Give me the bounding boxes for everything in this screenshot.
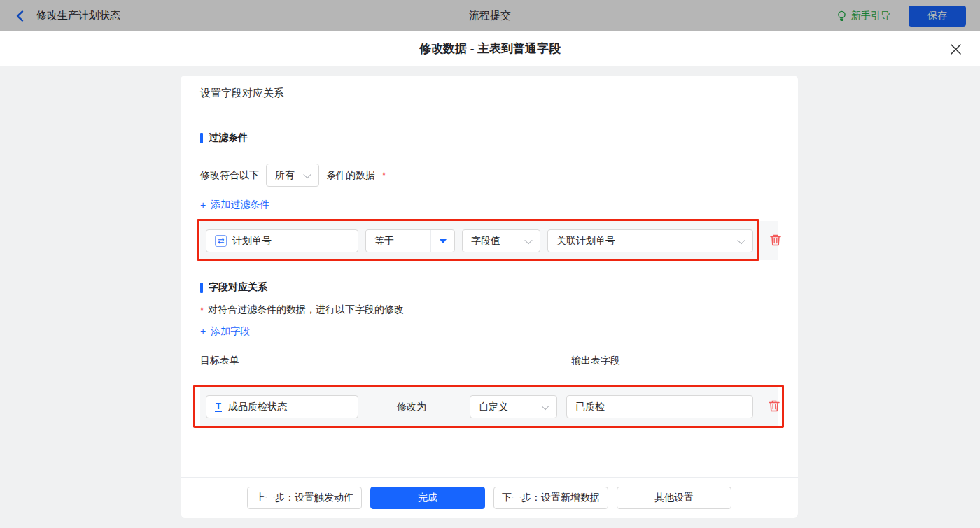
modify-to-label: 修改为 — [397, 401, 426, 413]
required-asterisk: * — [200, 305, 204, 315]
mapping-description: * 对符合过滤条件的数据，进行以下字段的修改 — [200, 304, 778, 316]
mapping-table-header: 目标表单 输出表字段 — [200, 355, 778, 376]
done-button[interactable]: 完成 — [370, 487, 485, 509]
filter-field-input[interactable]: ⇄ 计划单号 — [206, 229, 358, 252]
section-accent-bar — [200, 283, 203, 293]
trash-icon — [768, 399, 780, 413]
filter-condition-row: ⇄ 计划单号 等于 字段值 关联计划单号 — [200, 221, 778, 260]
match-suffix-label: 条件的数据 — [326, 169, 375, 182]
chevron-down-icon — [524, 236, 532, 243]
serial-field-icon: ⇄ — [215, 235, 227, 247]
plus-icon: + — [200, 326, 206, 337]
delete-filter-row-button[interactable] — [769, 234, 783, 248]
plus-icon: + — [200, 199, 206, 211]
value-type-select[interactable]: 字段值 — [462, 229, 540, 252]
trash-icon — [769, 234, 782, 247]
modal-header: 修改数据 - 主表到普通字段 — [0, 31, 980, 66]
required-asterisk: * — [382, 170, 386, 180]
modal-title: 修改数据 - 主表到普通字段 — [419, 41, 561, 57]
chevron-down-icon — [541, 401, 549, 409]
next-step-button[interactable]: 下一步：设置新增数据 — [493, 487, 608, 509]
output-field-column-header: 输出表字段 — [571, 355, 620, 367]
text-field-icon: T — [215, 401, 222, 412]
prev-step-button[interactable]: 上一步：设置触发动作 — [247, 487, 362, 509]
field-mapping-card: 设置字段对应关系 过滤条件 修改符合以下 所有 条件的数据 * + 添加过滤条件 — [181, 76, 798, 518]
edit-data-modal: 修改数据 - 主表到普通字段 设置字段对应关系 过滤条件 修改符合以下 所有 — [0, 31, 980, 528]
target-form-column-header: 目标表单 — [200, 355, 571, 367]
match-mode-select[interactable]: 所有 — [266, 164, 319, 187]
value-mode-select[interactable]: 自定义 — [470, 395, 557, 418]
add-filter-condition-link[interactable]: + 添加过滤条件 — [200, 199, 270, 211]
close-icon[interactable] — [948, 41, 963, 57]
match-prefix-label: 修改符合以下 — [200, 169, 259, 182]
chevron-down-icon — [737, 236, 745, 243]
filter-match-row: 修改符合以下 所有 条件的数据 * — [200, 164, 778, 187]
delete-mapping-row-button[interactable] — [767, 399, 781, 413]
card-title: 设置字段对应关系 — [181, 76, 798, 110]
caret-down-icon — [440, 239, 447, 243]
modal-dim-overlay — [0, 0, 980, 31]
custom-value-input[interactable]: 已质检 — [566, 395, 753, 418]
section-accent-bar — [200, 133, 203, 143]
mapping-section-title: 字段对应关系 — [200, 281, 778, 294]
mapping-row: T 成品质检状态 修改为 自定义 已质检 — [200, 386, 778, 427]
filter-value-select[interactable]: 关联计划单号 — [547, 229, 753, 252]
chevron-down-icon — [303, 170, 311, 178]
other-settings-button[interactable]: 其他设置 — [617, 487, 732, 509]
card-footer: 上一步：设置触发动作 完成 下一步：设置新增数据 其他设置 — [181, 477, 798, 518]
add-field-link[interactable]: + 添加字段 — [200, 325, 250, 338]
operator-select[interactable]: 等于 — [365, 229, 455, 252]
filter-section-title: 过滤条件 — [200, 131, 778, 144]
target-field-input[interactable]: T 成品质检状态 — [206, 395, 358, 418]
